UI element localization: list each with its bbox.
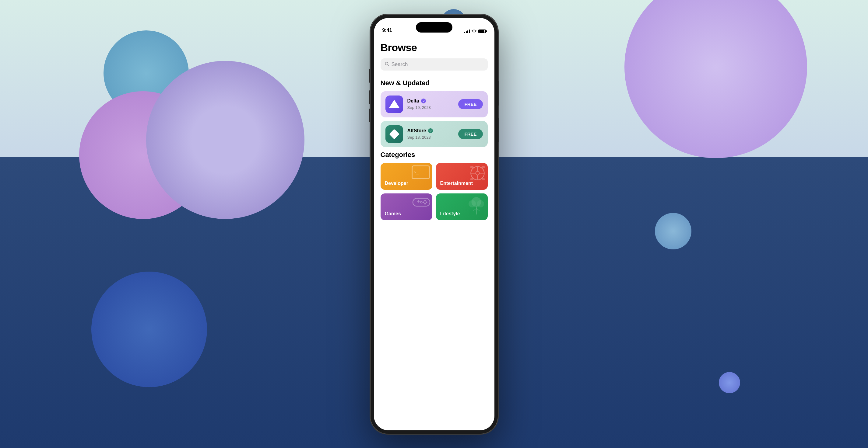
search-placeholder: Search [392,62,408,68]
svg-line-1 [388,65,389,66]
delta-triangle-icon [389,100,400,108]
bg-blob-3 [146,61,305,219]
battery-fill [479,30,485,33]
entertainment-icon [469,165,486,181]
entertainment-category-label: Entertainment [440,181,473,186]
page-title: Browse [380,42,488,54]
content-area: Browse Search New & Updated [374,36,494,430]
phone-frame: 9:41 [370,14,498,434]
phone-screen: 9:41 [374,18,494,430]
svg-point-19 [421,201,422,203]
new-updated-title: New & Updated [380,79,488,87]
delta-verified-badge [421,99,426,103]
signal-icon [464,30,470,33]
altstore-free-button[interactable]: FREE [458,129,483,139]
bg-blob-8 [91,272,207,387]
category-developer[interactable]: >_ Developer [380,163,432,190]
dynamic-island [416,22,453,33]
lifestyle-category-label: Lifestyle [440,211,460,216]
altstore-name-row: AltStore [407,128,454,134]
svg-point-22 [477,200,484,207]
signal-bar-1 [464,32,465,33]
altstore-app-info: AltStore Sep 18, 2023 [407,128,454,140]
altstore-app-date: Sep 18, 2023 [407,135,431,140]
delta-app-card[interactable]: Delta Sep 19, 2023 FREE [380,91,488,117]
svg-rect-8 [470,166,473,168]
altstore-app-card[interactable]: AltStore Sep 18, 2023 FREE [380,121,488,147]
svg-point-3 [475,171,479,175]
search-bar[interactable]: Search [380,58,488,71]
categories-section: Categories >_ Developer [380,151,488,220]
signal-bar-4 [469,30,470,33]
altstore-diamond-icon [389,129,399,139]
svg-point-17 [423,201,424,203]
svg-point-16 [426,201,427,203]
svg-rect-10 [470,178,473,180]
status-time: 9:41 [382,28,392,33]
svg-rect-11 [482,178,485,180]
delta-app-date: Sep 19, 2023 [407,105,431,110]
new-updated-section: New & Updated Delta [380,79,488,147]
category-games[interactable]: Games [380,194,432,220]
svg-point-15 [424,200,426,201]
categories-title: Categories [380,151,488,159]
svg-point-21 [469,200,476,207]
delta-free-button[interactable]: FREE [458,99,483,109]
svg-rect-12 [413,198,430,206]
wifi-icon [472,30,476,33]
svg-point-18 [424,203,426,204]
delta-app-icon [385,96,403,113]
category-lifestyle[interactable]: Lifestyle [436,194,488,220]
search-icon [385,62,389,67]
games-icon [412,196,431,208]
lifestyle-icon [468,195,485,215]
delta-name-row: Delta [407,98,454,104]
signal-bar-3 [467,30,468,33]
developer-category-label: Developer [385,181,408,186]
phone-mockup: 9:41 [370,14,498,434]
games-category-label: Games [385,211,401,216]
svg-rect-9 [482,166,485,168]
categories-grid: >_ Developer [380,163,488,220]
signal-bar-2 [466,31,467,33]
status-icons [464,30,486,33]
bg-blob-7 [719,372,740,393]
bg-blob-6 [655,213,691,249]
altstore-app-name: AltStore [407,128,426,134]
delta-app-info: Delta Sep 19, 2023 [407,98,454,110]
battery-icon [478,30,486,33]
altstore-verified-badge [428,128,433,133]
altstore-app-icon [385,125,403,143]
category-entertainment[interactable]: Entertainment [436,163,488,190]
delta-app-name: Delta [407,98,419,104]
developer-icon: >_ [412,166,430,179]
